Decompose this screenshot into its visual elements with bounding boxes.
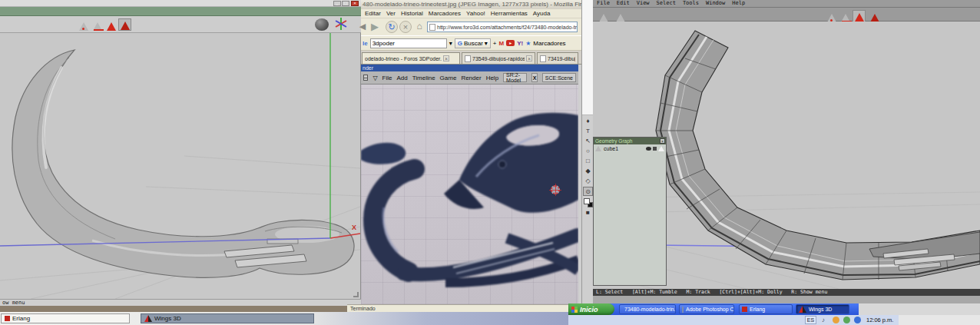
lasso-tool-icon[interactable]: ○ [583, 147, 593, 156]
reload-icon[interactable]: ↻ [386, 21, 398, 33]
eyedropper-tool-icon[interactable]: ♦ [583, 117, 593, 126]
tray-app-icon-2[interactable] [843, 317, 850, 323]
left-window-titlebar: _ □ × [0, 0, 361, 7]
taskbar-button-erlang[interactable]: Erlang [739, 304, 793, 314]
tab-close-icon[interactable]: × [526, 55, 532, 61]
google-search-input[interactable] [370, 38, 447, 48]
shape-tool-icon[interactable]: ◇ [583, 177, 593, 186]
photoshop-icon [682, 307, 684, 313]
toolbar-pyramid-icon-2[interactable] [614, 10, 627, 22]
back-icon[interactable]: ◀ [356, 21, 369, 33]
youtube-icon[interactable]: ▸ [506, 40, 515, 46]
color-swatches[interactable] [584, 198, 593, 207]
window-type-icon[interactable] [363, 75, 368, 81]
right-menubar: File Edit View Select Tools Window Help [593, 0, 980, 8]
geometry-graph-item-cube1[interactable]: cube1 [594, 144, 666, 153]
stop-icon[interactable]: × [399, 21, 412, 33]
home-icon[interactable]: ⌂ [413, 21, 425, 33]
panel-close-icon[interactable]: × [660, 138, 665, 144]
blender-menu-timeline[interactable]: Timeline [412, 75, 435, 81]
zoom-tool-icon[interactable]: ⊙ [583, 187, 593, 196]
tab-73549[interactable]: 73549-dibujos-rapidos-bocetos-y-apu... × [462, 52, 535, 64]
toolbar-plus-icon[interactable]: + [493, 40, 497, 47]
tray-app-icon-1[interactable] [833, 317, 839, 323]
menu-herramientas[interactable]: Herramientas [491, 9, 528, 18]
screen-selector[interactable]: SR:2-Model [503, 73, 527, 82]
face-mode-icon[interactable] [853, 10, 866, 22]
scene-selector[interactable]: SCE:Scene [542, 73, 576, 82]
edge-mode-icon[interactable] [91, 18, 104, 31]
minimize-button[interactable]: _ [333, 1, 341, 6]
windows-logo-icon [571, 307, 578, 313]
lock-icon[interactable] [653, 147, 657, 151]
menu-yahoo[interactable]: Yahoo! [466, 9, 485, 18]
menu-ver[interactable]: Ver [386, 9, 396, 18]
url-bar[interactable]: http://www.foro3d.com/attachments/f24/73… [427, 22, 578, 32]
blender-menu-file[interactable]: File [382, 75, 392, 81]
wings3d-icon [144, 315, 152, 322]
show-axes-icon[interactable] [333, 18, 349, 32]
type-tool-icon[interactable]: T [583, 127, 593, 136]
right-menu-file[interactable]: File [597, 0, 610, 7]
language-indicator[interactable]: ES [805, 316, 816, 324]
taskbar-button-wings3d[interactable]: Wings 3D [796, 304, 849, 314]
blender-menu-add[interactable]: Add [396, 75, 407, 81]
blender-menu-help[interactable]: Help [486, 75, 498, 81]
search-dropdown-caret[interactable]: ▾ [449, 40, 452, 47]
vertex-mode-icon[interactable] [77, 18, 90, 31]
mask-tool-icon[interactable]: ■ [583, 208, 593, 217]
menu-editar[interactable]: Editar [365, 9, 381, 18]
yahoo-icon[interactable]: Y! [517, 40, 523, 47]
menu-ayuda[interactable]: Ayuda [533, 9, 551, 18]
buscar-button[interactable]: G Buscar ▾ [455, 38, 491, 48]
wings3d-icon [799, 306, 806, 313]
url-text: http://www.foro3d.com/attachments/f24/73… [437, 25, 578, 30]
start-button[interactable]: Inicio [568, 303, 614, 315]
screen-close-button[interactable]: X [531, 73, 538, 82]
smooth-preview-icon[interactable] [315, 18, 329, 31]
toolbar-pyramid-icon[interactable] [597, 10, 610, 22]
right-3d-viewport[interactable]: Geometry Graph × cube1 [593, 22, 980, 289]
viewport-resize-handle[interactable] [353, 292, 359, 297]
body-mode-icon[interactable] [868, 10, 881, 22]
taskbar-button-firefox-image[interactable]: 73480-modelado-trin... [619, 304, 676, 314]
pen-tool-icon[interactable]: ◆ [583, 167, 593, 176]
marcadores-label[interactable]: Marcadores [533, 40, 565, 47]
body-mode-icon[interactable] [118, 18, 131, 31]
blender-3d-viewport[interactable] [361, 85, 578, 304]
left-3d-viewport[interactable]: X [0, 33, 360, 299]
right-menu-tools[interactable]: Tools [683, 0, 699, 7]
blender-menu-game[interactable]: Game [440, 75, 457, 81]
menu-marcadores[interactable]: Marcadores [429, 9, 461, 18]
tab-foros-3dpoder[interactable]: odelado-trineo - Foros 3DPoder. × [362, 52, 460, 64]
right-menu-edit[interactable]: Edit [617, 0, 630, 7]
forward-icon[interactable]: ▶ [369, 21, 381, 33]
visibility-eye-icon[interactable] [646, 147, 651, 151]
marquee-tool-icon[interactable]: □ [583, 157, 593, 166]
right-menu-view[interactable]: View [637, 0, 650, 7]
blender-menu-render[interactable]: Render [461, 75, 481, 81]
taskbar-button-photoshop[interactable]: Adobe Photoshop CS... [679, 304, 734, 314]
right-menu-help[interactable]: Help [732, 0, 745, 7]
menu-historial[interactable]: Historial [401, 9, 423, 18]
face-mode-icon[interactable] [104, 18, 118, 31]
maximize-button[interactable]: □ [342, 1, 349, 6]
tray-network-icon[interactable] [854, 317, 861, 323]
taskbar-button-erlang[interactable]: Erlang [1, 313, 130, 323]
select-tool-icon[interactable]: ↖ [583, 137, 593, 146]
tab-close-icon[interactable]: × [443, 55, 449, 61]
gmail-icon[interactable]: M [499, 40, 505, 47]
tab-73419[interactable]: 73419-dibujos-rapid [537, 52, 578, 64]
taskbar-button-label: Wings 3D [809, 305, 832, 313]
edge-mode-icon[interactable] [839, 10, 852, 22]
taskbar-button-wings3d[interactable]: Wings 3D [141, 313, 314, 323]
wireframe-toggle-icon[interactable] [658, 146, 664, 151]
bookmark-star-icon[interactable]: ★ [525, 40, 531, 47]
close-button[interactable]: × [351, 1, 359, 6]
collapse-icon[interactable]: ▽ [372, 75, 377, 81]
geometry-graph-titlebar[interactable]: Geometry Graph × [594, 138, 666, 144]
right-menu-window[interactable]: Window [706, 0, 725, 7]
right-menu-select[interactable]: Select [657, 0, 676, 7]
vertex-mode-icon[interactable] [825, 10, 838, 22]
volume-icon[interactable]: ♪ [822, 317, 829, 323]
